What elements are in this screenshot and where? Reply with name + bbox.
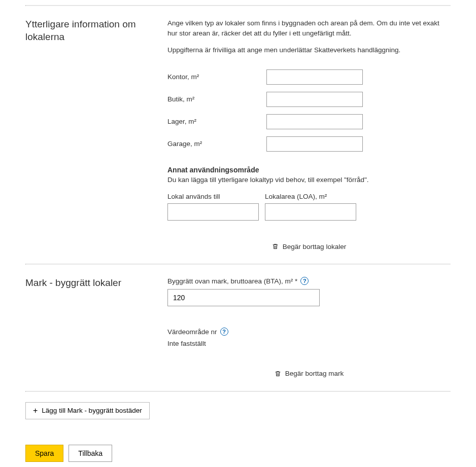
add-mark-byggratt-button[interactable]: + Lägg till Mark - byggrätt bostäder: [25, 402, 150, 419]
garage-label: Garage, m²: [167, 140, 266, 148]
section-mark-heading: Mark - byggrätt lokaler: [25, 277, 157, 290]
trash-icon: [272, 243, 279, 250]
remove-mark-button[interactable]: Begär borttag mark: [275, 370, 344, 377]
byggratt-input[interactable]: [167, 289, 320, 306]
butik-label: Butik, m²: [167, 95, 266, 103]
trash-icon: [275, 370, 281, 377]
back-button[interactable]: Tillbaka: [69, 445, 112, 462]
help-icon[interactable]: ?: [300, 277, 309, 285]
annat-help: Du kan lägga till ytterligare lokaltyp v…: [167, 176, 451, 184]
annat-heading: Annat användningsområde: [167, 166, 451, 174]
section-mark: Mark - byggrätt lokaler Byggrätt ovan ma…: [25, 265, 451, 391]
lokalarea-label: Lokalarea (LOA), m²: [265, 193, 356, 200]
lager-input[interactable]: [266, 114, 363, 129]
kontor-label: Kontor, m²: [167, 73, 266, 81]
intro-paragraph-2: Uppgifterna är frivilliga att ange men u…: [167, 45, 451, 55]
lager-label: Lager, m²: [167, 118, 266, 125]
kontor-input[interactable]: [266, 69, 363, 85]
section-lokaler: Ytterligare information om lokalerna Ang…: [25, 6, 451, 264]
plus-icon: +: [33, 407, 38, 415]
byggratt-label: Byggrätt ovan mark, bruttoarea (BTA), m²…: [167, 277, 297, 285]
intro-paragraph-1: Ange vilken typ av lokaler som finns i b…: [167, 18, 451, 39]
butik-input[interactable]: [266, 92, 363, 107]
remove-lokaler-button[interactable]: Begär borttag lokaler: [272, 243, 346, 250]
lokalarea-input[interactable]: [265, 203, 356, 221]
lokal-anvands-label: Lokal används till: [167, 193, 259, 200]
lokal-anvands-input[interactable]: [167, 203, 259, 221]
garage-input[interactable]: [266, 136, 363, 152]
vardesomrade-label: Värdeområde nr: [167, 328, 217, 336]
divider-bottom: [25, 391, 451, 392]
remove-mark-label: Begär borttag mark: [285, 370, 344, 377]
help-icon[interactable]: ?: [220, 328, 228, 336]
save-button[interactable]: Spara: [25, 445, 63, 462]
remove-lokaler-label: Begär borttag lokaler: [283, 243, 346, 250]
add-button-label: Lägg till Mark - byggrätt bostäder: [42, 407, 142, 414]
section-lokaler-heading: Ytterligare information om lokalerna: [25, 18, 157, 43]
vardesomrade-value: Inte fastställt: [167, 340, 451, 347]
